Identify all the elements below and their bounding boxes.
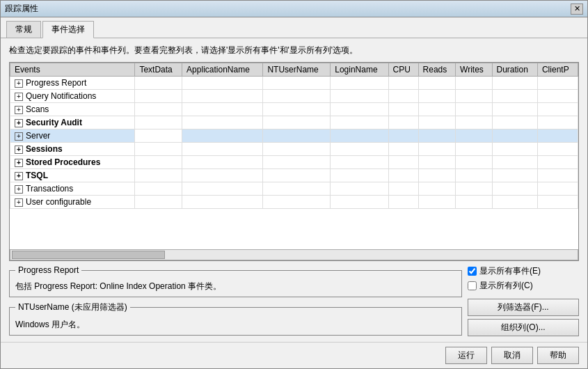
col-writes[interactable]: Writes — [456, 63, 492, 77]
progress-report-title: Progress Report — [15, 265, 81, 275]
expand-icon[interactable]: + — [15, 93, 23, 101]
organize-columns-button[interactable]: 组织列(O)... — [468, 319, 579, 336]
scroll-thumb[interactable] — [12, 251, 165, 259]
col-reads[interactable]: Reads — [418, 63, 455, 77]
expand-icon[interactable]: + — [15, 146, 23, 154]
footer: 运行 取消 帮助 — [1, 342, 587, 368]
expand-icon[interactable]: + — [15, 172, 23, 180]
events-table-container: Events TextData ApplicationName NTUserNa… — [9, 62, 579, 261]
tab-general[interactable]: 常规 — [6, 21, 41, 38]
col-ntusername[interactable]: NTUserName — [263, 63, 331, 77]
table-scroll[interactable]: Events TextData ApplicationName NTUserNa… — [10, 63, 578, 249]
action-buttons: 列筛选器(F)... 组织列(O)... — [468, 299, 579, 336]
description-text: 检查选定要跟踪的事件和事件列。要查看完整列表，请选择'显示所有事件'和'显示所有… — [9, 44, 579, 56]
main-area: Events TextData ApplicationName NTUserNa… — [9, 62, 579, 261]
col-events[interactable]: Events — [10, 63, 135, 77]
col-duration[interactable]: Duration — [492, 63, 537, 77]
events-table: Events TextData ApplicationName NTUserNa… — [10, 63, 578, 209]
help-button[interactable]: 帮助 — [537, 347, 579, 364]
main-window: 跟踪属性 ✕ 常规 事件选择 检查选定要跟踪的事件和事件列。要查看完整列表，请选… — [0, 0, 588, 369]
window-title: 跟踪属性 — [5, 3, 38, 15]
run-button[interactable]: 运行 — [445, 347, 487, 364]
progress-report-text: 包括 Progress Report: Online Index Operati… — [15, 281, 456, 292]
table-row[interactable]: +Stored Procedures — [10, 156, 578, 169]
ntusername-box: NTUserName (未应用筛选器) Windows 用户名。 — [9, 301, 462, 336]
left-panels: Progress Report 包括 Progress Report: Onli… — [9, 265, 462, 336]
tab-bar: 常规 事件选择 — [1, 17, 587, 38]
bottom-area: Progress Report 包括 Progress Report: Onli… — [9, 265, 579, 336]
progress-report-box: Progress Report 包括 Progress Report: Onli… — [9, 265, 462, 297]
expand-icon[interactable]: + — [15, 106, 23, 114]
col-appname[interactable]: ApplicationName — [182, 63, 263, 77]
table-row[interactable]: +Query Notifications — [10, 90, 578, 103]
column-filter-button[interactable]: 列筛选器(F)... — [468, 299, 579, 316]
right-panel: 显示所有事件(E) 显示所有列(C) 列筛选器(F)... 组织列(O)... — [468, 265, 579, 336]
table-row[interactable]: +Transactions — [10, 182, 578, 196]
show-all-events-checkbox[interactable] — [468, 267, 477, 276]
expand-icon[interactable]: + — [15, 119, 23, 127]
horizontal-scrollbar[interactable] — [10, 249, 578, 260]
col-cpu[interactable]: CPU — [388, 63, 418, 77]
expand-icon[interactable]: + — [15, 132, 23, 141]
ntusername-text: Windows 用户名。 — [15, 319, 456, 331]
title-bar: 跟踪属性 ✕ — [1, 1, 587, 17]
table-row[interactable]: +Server — [10, 129, 578, 143]
expand-icon[interactable]: + — [15, 185, 23, 194]
expand-icon[interactable]: + — [15, 159, 23, 167]
col-textdata[interactable]: TextData — [135, 63, 182, 77]
ntusername-title: NTUserName (未应用筛选器) — [15, 301, 130, 313]
show-all-columns-row: 显示所有列(C) — [468, 280, 579, 292]
show-all-columns-label[interactable]: 显示所有列(C) — [479, 280, 533, 292]
col-clientp[interactable]: ClientP — [537, 63, 578, 77]
cancel-button[interactable]: 取消 — [491, 347, 533, 364]
content-area: 检查选定要跟踪的事件和事件列。要查看完整列表，请选择'显示所有事件'和'显示所有… — [1, 38, 587, 342]
expand-icon[interactable]: + — [15, 198, 23, 207]
show-all-columns-checkbox[interactable] — [468, 281, 477, 290]
show-all-events-label[interactable]: 显示所有事件(E) — [479, 265, 541, 277]
table-row[interactable]: +Security Audit — [10, 116, 578, 129]
show-all-events-row: 显示所有事件(E) — [468, 265, 579, 277]
table-row[interactable]: +Scans — [10, 103, 578, 116]
table-row[interactable]: +TSQL — [10, 169, 578, 182]
table-row[interactable]: +User configurable — [10, 196, 578, 209]
table-row[interactable]: +Sessions — [10, 143, 578, 156]
col-loginname[interactable]: LoginName — [331, 63, 388, 77]
close-button[interactable]: ✕ — [571, 3, 583, 15]
tab-events[interactable]: 事件选择 — [42, 21, 94, 38]
table-row[interactable]: +Progress Report — [10, 77, 578, 90]
expand-icon[interactable]: + — [15, 79, 23, 88]
